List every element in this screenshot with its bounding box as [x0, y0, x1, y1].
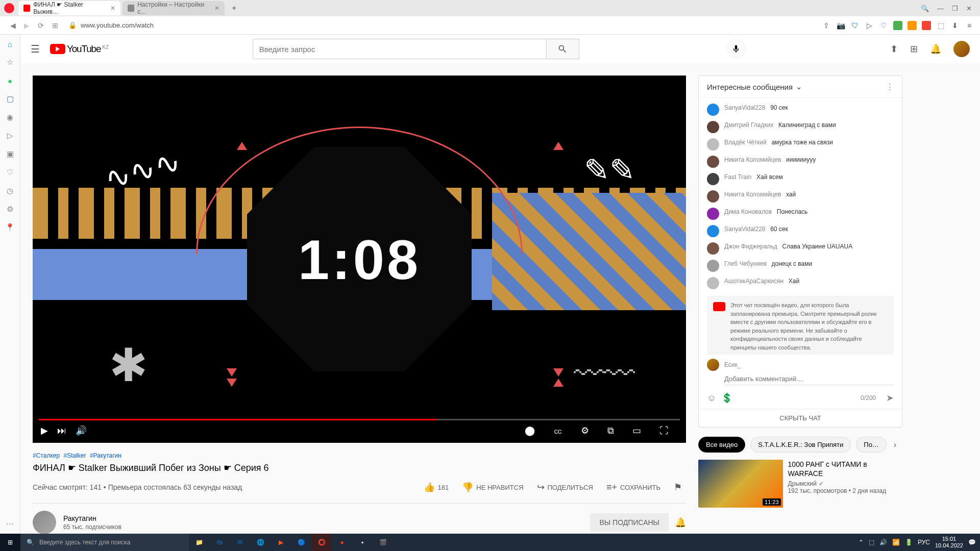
- voice-search-button[interactable]: [726, 39, 746, 59]
- chrome-icon[interactable]: 🔵: [291, 534, 311, 551]
- download-icon[interactable]: ⬇: [950, 21, 960, 30]
- vk-icon[interactable]: ▢: [5, 94, 15, 104]
- dislike-button[interactable]: 👎 НЕ НРАВИТСЯ: [458, 479, 527, 496]
- store-icon[interactable]: 🛍: [209, 534, 230, 551]
- reload-button[interactable]: ⟳: [34, 19, 48, 32]
- yandex-icon[interactable]: ●: [332, 534, 352, 551]
- explorer-icon[interactable]: 📁: [189, 534, 209, 551]
- extension-2-icon[interactable]: [908, 21, 917, 30]
- play-button[interactable]: ▶: [41, 425, 48, 436]
- more-icon[interactable]: ⋯: [5, 518, 15, 529]
- search-input[interactable]: [253, 39, 547, 59]
- hide-chat-button[interactable]: СКРЫТЬ ЧАТ: [699, 409, 902, 427]
- hashtag-link[interactable]: #Сталкер: [33, 452, 60, 459]
- star-icon[interactable]: ☆: [5, 57, 15, 67]
- notification-bell-icon[interactable]: 🔔: [675, 517, 686, 528]
- chat-messages[interactable]: SanyaVidal228 90 сек Дмитрий Гладких Кал…: [699, 98, 902, 355]
- tray-icon[interactable]: ⬚: [869, 539, 874, 546]
- close-tab-icon[interactable]: ✕: [214, 5, 219, 12]
- autoplay-toggle[interactable]: ⬤: [525, 425, 535, 436]
- share-button[interactable]: ↪ ПОДЕЛИТЬСЯ: [533, 479, 597, 496]
- pin-icon[interactable]: 📍: [5, 222, 15, 233]
- save-button[interactable]: ≡+ СОХРАНИТЬ: [602, 479, 665, 496]
- volume-icon[interactable]: 🔊: [76, 425, 87, 436]
- chip-topic[interactable]: S.T.A.L.K.E.R.: Зов Припяти: [750, 437, 851, 453]
- captions-icon[interactable]: ㏄: [553, 424, 562, 437]
- hashtag-link[interactable]: #Ракутагин: [90, 452, 121, 459]
- report-button[interactable]: ⚑: [670, 479, 686, 496]
- video-player[interactable]: ∿∿∿ ✎✎ ✱ 〰〰 1:08 ▶ ⏭ 🔊 ⬤: [33, 76, 686, 443]
- whatsapp-icon[interactable]: ●: [5, 76, 15, 86]
- theater-icon[interactable]: ▭: [632, 425, 641, 436]
- share-icon[interactable]: ⇪: [822, 21, 831, 30]
- tiles-icon[interactable]: ⊞: [48, 19, 62, 32]
- back-button[interactable]: ◀: [6, 19, 20, 32]
- close-window-button[interactable]: ✕: [966, 5, 972, 12]
- extension-1-icon[interactable]: [893, 21, 902, 30]
- heart-icon[interactable]: ♡: [879, 21, 888, 30]
- camera-icon[interactable]: 📷: [836, 21, 845, 30]
- browser-tab-inactive[interactable]: Настройки – Настройки с… ✕: [122, 1, 225, 15]
- url-input[interactable]: 🔒 www.youtube.com/watch: [68, 21, 816, 29]
- subscribed-button[interactable]: ВЫ ПОДПИСАНЫ: [590, 513, 669, 532]
- tray-volume-icon[interactable]: 🔊: [879, 539, 887, 546]
- chip-more[interactable]: По…: [856, 437, 887, 453]
- browser-tab-active[interactable]: ФИНАЛ ☛ Stalker Выжив… ✕: [18, 1, 120, 15]
- chat-menu-icon[interactable]: ⋮: [886, 82, 894, 91]
- like-button[interactable]: 👍 181: [420, 479, 453, 496]
- chip-all[interactable]: Все видео: [698, 437, 745, 453]
- video-icon[interactable]: 🎬: [373, 534, 393, 551]
- notifications-icon[interactable]: 🔔: [930, 43, 941, 55]
- mail-icon[interactable]: ✉: [230, 534, 250, 551]
- extension-3-icon[interactable]: [922, 21, 931, 30]
- cube-icon[interactable]: ⬚: [936, 21, 945, 30]
- hashtag-link[interactable]: #Stalker: [63, 452, 86, 459]
- upload-icon[interactable]: ⬆: [890, 43, 898, 55]
- close-tab-icon[interactable]: ✕: [110, 5, 115, 12]
- channel-avatar[interactable]: [33, 511, 56, 534]
- channel-name[interactable]: Ракутагин: [63, 514, 121, 522]
- miniplayer-icon[interactable]: ⧉: [607, 425, 614, 436]
- menu-icon[interactable]: ≡: [965, 21, 974, 30]
- add-tab-button[interactable]: +: [227, 4, 241, 13]
- send-icon[interactable]: ▷: [5, 131, 15, 141]
- forward-button[interactable]: ▶: [20, 19, 34, 32]
- search-button[interactable]: [547, 39, 579, 59]
- taskbar-clock[interactable]: 15:01 10.04.2022: [935, 536, 963, 549]
- opera-logo-icon[interactable]: [4, 3, 14, 13]
- tray-battery-icon[interactable]: 🔋: [905, 539, 913, 546]
- tray-lang[interactable]: РУС: [918, 539, 930, 546]
- recommended-video[interactable]: 11:23 1000 РАНГ с ЧИТАМИ в WARFACE Дрымс…: [698, 460, 902, 508]
- youtube-logo[interactable]: YouTube KZ: [50, 43, 109, 55]
- chip-next-icon[interactable]: ›: [894, 440, 896, 449]
- emoji-button[interactable]: ☺: [707, 393, 716, 404]
- send-button[interactable]: ➤: [886, 392, 894, 404]
- settings-gear-icon[interactable]: ⚙: [581, 425, 589, 436]
- bookmarks-icon[interactable]: ♡: [5, 167, 15, 178]
- chat-header[interactable]: Интересные сообщения ⌄ ⋮: [699, 76, 902, 98]
- tray-up-icon[interactable]: ⌃: [859, 539, 864, 546]
- news-icon[interactable]: ▣: [5, 149, 15, 159]
- maximize-button[interactable]: ❐: [952, 5, 958, 12]
- media-icon[interactable]: ▶: [271, 534, 291, 551]
- notifications-center-icon[interactable]: 💬: [968, 539, 976, 546]
- minimize-button[interactable]: —: [937, 5, 944, 12]
- apps-icon[interactable]: ⊞: [910, 43, 918, 55]
- home-icon[interactable]: ⌂: [5, 39, 15, 49]
- tray-network-icon[interactable]: 📶: [892, 539, 900, 546]
- chat-input[interactable]: [724, 373, 894, 385]
- user-avatar[interactable]: [953, 41, 970, 57]
- opera-icon[interactable]: ⭕: [311, 534, 332, 551]
- browser-search-icon[interactable]: 🔍: [921, 5, 929, 12]
- settings-icon[interactable]: ⚙: [5, 204, 15, 214]
- clock-icon[interactable]: ◷: [5, 186, 15, 196]
- next-button[interactable]: ⏭: [57, 425, 66, 436]
- play-icon[interactable]: ▷: [865, 21, 874, 30]
- fullscreen-icon[interactable]: ⛶: [659, 425, 669, 436]
- superchat-button[interactable]: 💲: [721, 392, 732, 404]
- shield-icon[interactable]: 🛡: [850, 21, 860, 30]
- hamburger-menu-icon[interactable]: ☰: [31, 43, 40, 55]
- edge-icon[interactable]: 🌐: [250, 534, 271, 551]
- start-button[interactable]: ⊞: [0, 534, 20, 551]
- history-icon[interactable]: ◉: [5, 112, 15, 122]
